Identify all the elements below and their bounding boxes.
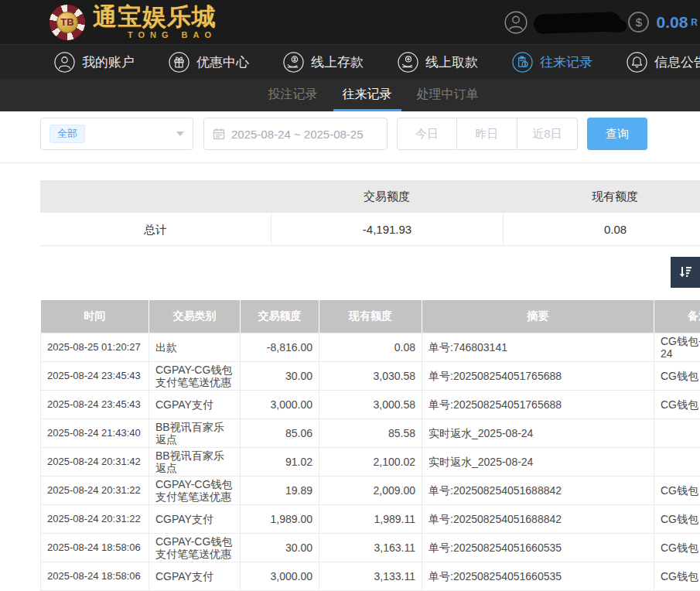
total-label: 总计 [40, 213, 271, 246]
cell-amount: 30.00 [241, 533, 319, 562]
table-row: 2025-08-24 21:43:40 BB视讯百家乐返点 85.06 85.5… [41, 418, 700, 447]
cell-remark: CG钱包 [654, 390, 700, 418]
nav-item-deposit[interactable]: 线上存款 [283, 52, 364, 73]
currency-label: R [691, 17, 698, 28]
table-row: 2025-08-24 23:45:43 CGPAY支付 3,000.00 3,0… [41, 390, 700, 418]
nav-item-label: 信息公告 [654, 53, 700, 71]
date-range-input[interactable]: 2025-08-24 ~ 2025-08-25 [203, 118, 388, 150]
last-8-days-button[interactable]: 近8日 [517, 118, 578, 150]
cell-time: 2025-08-24 23:45:43 [41, 390, 149, 418]
cell-amount: 30.00 [241, 361, 319, 390]
cell-type: CGPAY支付 [149, 562, 241, 590]
th-time: 时间 [41, 300, 149, 333]
tab-transaction-records[interactable]: 往来记录 [330, 79, 405, 111]
nav-item-label: 线上存款 [311, 53, 364, 71]
cell-balance: 3,163.11 [319, 533, 422, 562]
cell-remark [654, 447, 700, 476]
withdraw-coin-hand-icon [398, 52, 418, 73]
nav-item-label: 往来记录 [540, 53, 592, 71]
cell-balance: 3,030.58 [319, 361, 422, 390]
cell-summary: 单号:202508254051660535 [422, 562, 654, 590]
nav-item-promotions[interactable]: 优惠中心 [169, 52, 249, 73]
bell-icon [627, 52, 647, 73]
record-tabs: 投注记录 往来记录 处理中订单 [256, 79, 491, 111]
th-balance: 现有额度 [319, 300, 422, 333]
cell-amount: 3,000.00 [241, 390, 319, 418]
search-button[interactable]: 查询 [587, 118, 647, 150]
brand-logo[interactable]: TB 通宝娱乐城 TONG BAO [50, 5, 217, 40]
cell-remark: CG钱包 [654, 504, 700, 533]
th-type: 交易类别 [149, 300, 241, 333]
cell-type: BB视讯百家乐返点 [149, 418, 241, 447]
type-select[interactable]: 全部 [40, 118, 193, 150]
cell-balance: 0.08 [319, 333, 422, 361]
cell-type: CGPAY-CG钱包支付笔笔送优惠 [149, 476, 241, 504]
cell-balance: 2,100.02 [319, 447, 422, 476]
currency-coin-icon: $ [628, 12, 649, 32]
cell-summary: 单号:202508254051765688 [422, 390, 654, 418]
cell-summary: 单号:202508254051688842 [422, 476, 654, 504]
yesterday-button[interactable]: 昨日 [457, 118, 517, 150]
cell-time: 2025-08-24 23:45:43 [41, 361, 149, 390]
page: TB 通宝娱乐城 TONG BAO $ 0.08 R [0, 0, 700, 591]
poker-chip-icon: TB [50, 5, 85, 40]
nav-item-label: 我的账户 [82, 53, 135, 71]
nav-item-transaction-records[interactable]: 往来记录 [512, 52, 592, 73]
top-header: TB 通宝娱乐城 TONG BAO $ 0.08 R [0, 0, 700, 44]
table-row: 2025-08-24 18:58:06 CGPAY-CG钱包支付笔笔送优惠 30… [41, 533, 700, 562]
summary-header-row: 交易额度 现有额度 [40, 180, 700, 213]
table-body: 2025-08-25 01:20:27 出款 -8,816.00 0.08 单号… [41, 333, 700, 590]
tab-pending-orders[interactable]: 处理中订单 [405, 79, 491, 111]
table-row: 2025-08-24 20:31:42 BB视讯百家乐返点 91.02 2,10… [41, 447, 700, 476]
cell-summary: 单号:746803141 [422, 333, 654, 361]
transactions-table: 时间 交易类别 交易额度 现有额度 摘要 备注 2025-08-25 01:20… [40, 300, 700, 591]
brand-subtitle: TONG BAO [93, 30, 217, 39]
cell-remark: CG钱包 [654, 533, 700, 562]
sort-button[interactable] [671, 257, 700, 288]
cell-amount: 3,000.00 [241, 562, 319, 590]
date-range-value: 2025-08-24 ~ 2025-08-25 [231, 128, 364, 141]
chip-label: TB [56, 12, 78, 33]
cell-time: 2025-08-24 20:31:42 [41, 447, 149, 476]
cell-time: 2025-08-24 18:58:06 [41, 533, 149, 562]
total-trade-amount: -4,191.93 [271, 213, 503, 246]
deposit-coin-hand-icon [283, 52, 304, 73]
cell-balance: 85.58 [319, 418, 422, 447]
cell-time: 2025-08-25 01:20:27 [41, 333, 149, 361]
summary-total-row: 总计 -4,191.93 0.08 [40, 213, 700, 246]
gift-icon [169, 52, 190, 73]
balance-amount: 0.08 [656, 13, 688, 32]
table-row: 2025-08-24 20:31:22 CGPAY支付 1,989.00 1,9… [41, 504, 700, 533]
summary-header-trade-amount: 交易额度 [271, 180, 503, 213]
summary-header-blank [40, 180, 271, 213]
cell-type: CGPAY-CG钱包支付笔笔送优惠 [149, 361, 241, 390]
account-area: $ 0.08 R [504, 11, 700, 34]
cell-remark: CG钱包- 24 [654, 333, 700, 361]
cell-time: 2025-08-24 18:58:06 [41, 562, 149, 590]
nav-item-label: 线上取款 [425, 53, 478, 71]
brand-name: 通宝娱乐城 [93, 5, 217, 30]
nav-item-my-account[interactable]: 我的账户 [54, 52, 135, 73]
cell-type: BB视讯百家乐返点 [149, 447, 241, 476]
section-divider [0, 162, 700, 163]
sub-nav: 投注记录 往来记录 处理中订单 [0, 79, 700, 111]
cell-balance: 3,000.58 [319, 390, 422, 418]
cell-summary: 单号:202508254051660535 [422, 533, 654, 562]
table-header: 时间 交易类别 交易额度 现有额度 摘要 备注 [41, 300, 700, 333]
cell-amount: 1,989.00 [241, 504, 319, 533]
cell-time: 2025-08-24 20:31:22 [41, 476, 149, 504]
nav-item-announcements[interactable]: 信息公告 [627, 52, 700, 73]
sort-descending-icon [677, 264, 694, 281]
nav-item-withdraw[interactable]: 线上取款 [398, 52, 478, 73]
cell-remark [654, 418, 700, 447]
table-header-row: 时间 交易类别 交易额度 现有额度 摘要 备注 [41, 300, 700, 333]
cell-type: CGPAY-CG钱包支付笔笔送优惠 [149, 533, 241, 562]
today-button[interactable]: 今日 [397, 118, 457, 150]
selected-type-tag[interactable]: 全部 [50, 125, 85, 143]
filter-bar: 全部 2025-08-24 ~ 2025-08-25 今日 昨日 近8日 查询 [40, 118, 700, 150]
summary-table: 交易额度 现有额度 总计 -4,191.93 0.08 [40, 180, 700, 246]
th-remark: 备注 [654, 300, 700, 333]
tab-bet-records[interactable]: 投注记录 [256, 79, 330, 111]
table-row: 2025-08-24 20:31:22 CGPAY-CG钱包支付笔笔送优惠 19… [41, 476, 700, 504]
cell-amount: 19.89 [241, 476, 319, 504]
